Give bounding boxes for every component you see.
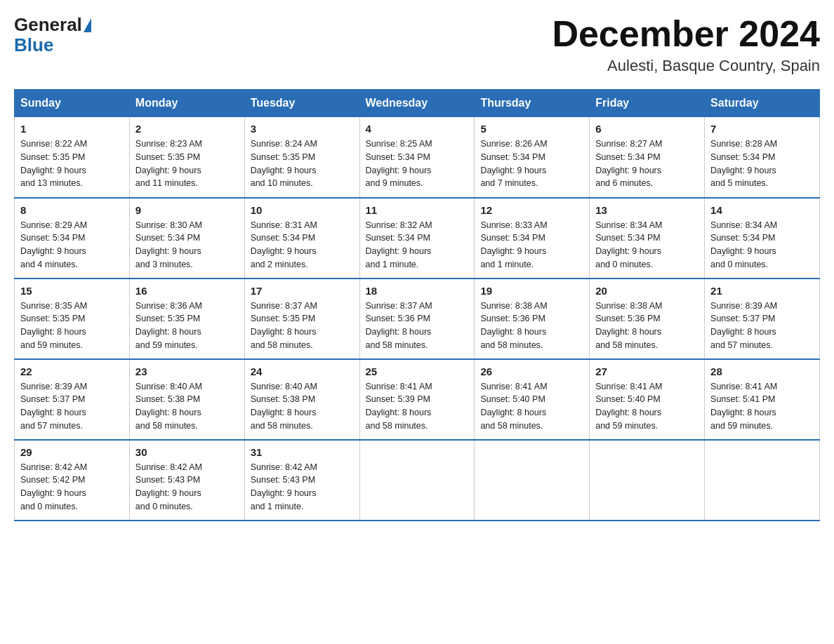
day-info: Sunrise: 8:24 AMSunset: 5:35 PMDaylight:… [251,137,354,190]
calendar-cell: 7 Sunrise: 8:28 AMSunset: 5:34 PMDayligh… [705,117,820,198]
week-row-1: 1 Sunrise: 8:22 AMSunset: 5:35 PMDayligh… [15,117,820,198]
calendar-cell: 20 Sunrise: 8:38 AMSunset: 5:36 PMDaylig… [590,279,705,359]
day-number: 20 [595,285,699,297]
location-text: Aulesti, Basque Country, Spain [552,57,820,75]
calendar-cell: 29 Sunrise: 8:42 AMSunset: 5:42 PMDaylig… [15,440,130,521]
day-info: Sunrise: 8:41 AMSunset: 5:39 PMDaylight:… [366,380,469,433]
col-friday: Friday [590,90,705,117]
day-number: 14 [710,204,814,216]
day-info: Sunrise: 8:26 AMSunset: 5:34 PMDaylight:… [480,137,583,190]
calendar-cell [359,440,475,521]
day-info: Sunrise: 8:36 AMSunset: 5:35 PMDaylight:… [135,300,239,352]
calendar-cell: 11 Sunrise: 8:32 AMSunset: 5:34 PMDaylig… [359,198,475,279]
day-info: Sunrise: 8:40 AMSunset: 5:38 PMDaylight:… [251,380,354,433]
day-number: 4 [366,123,469,135]
day-number: 25 [366,365,469,377]
calendar-cell: 27 Sunrise: 8:41 AMSunset: 5:40 PMDaylig… [590,359,705,440]
day-number: 10 [251,204,354,216]
day-info: Sunrise: 8:40 AMSunset: 5:38 PMDaylight:… [135,380,239,433]
day-number: 26 [480,365,583,377]
calendar-cell: 26 Sunrise: 8:41 AMSunset: 5:40 PMDaylig… [475,359,590,440]
calendar-cell: 31 Sunrise: 8:42 AMSunset: 5:43 PMDaylig… [244,440,359,521]
day-number: 29 [20,446,124,458]
day-info: Sunrise: 8:42 AMSunset: 5:42 PMDaylight:… [20,461,124,514]
day-number: 1 [20,123,124,135]
day-number: 17 [251,285,354,297]
day-number: 28 [710,365,814,377]
day-number: 15 [20,285,124,297]
page-header: General Blue December 2024 Aulesti, Basq… [14,14,820,75]
title-block: December 2024 Aulesti, Basque Country, S… [552,14,820,75]
day-info: Sunrise: 8:33 AMSunset: 5:34 PMDaylight:… [480,219,583,271]
calendar-cell: 8 Sunrise: 8:29 AMSunset: 5:34 PMDayligh… [15,198,130,279]
day-info: Sunrise: 8:39 AMSunset: 5:37 PMDaylight:… [710,300,814,352]
day-number: 21 [710,285,814,297]
week-row-5: 29 Sunrise: 8:42 AMSunset: 5:42 PMDaylig… [15,440,820,521]
calendar-cell [475,440,590,521]
calendar-cell [590,440,705,521]
day-number: 7 [710,123,814,135]
day-info: Sunrise: 8:41 AMSunset: 5:40 PMDaylight:… [480,380,583,433]
day-number: 8 [20,204,124,216]
day-info: Sunrise: 8:38 AMSunset: 5:36 PMDaylight:… [595,300,699,352]
calendar-cell: 9 Sunrise: 8:30 AMSunset: 5:34 PMDayligh… [129,198,244,279]
logo: General Blue [14,14,91,56]
day-info: Sunrise: 8:30 AMSunset: 5:34 PMDaylight:… [135,219,239,271]
day-info: Sunrise: 8:35 AMSunset: 5:35 PMDaylight:… [20,300,124,352]
week-row-4: 22 Sunrise: 8:39 AMSunset: 5:37 PMDaylig… [15,359,820,440]
day-number: 31 [251,446,354,458]
calendar-cell: 15 Sunrise: 8:35 AMSunset: 5:35 PMDaylig… [15,279,130,359]
day-number: 16 [135,285,239,297]
col-monday: Monday [129,90,244,117]
day-info: Sunrise: 8:42 AMSunset: 5:43 PMDaylight:… [135,461,239,514]
logo-blue-text: Blue [14,34,53,55]
calendar-cell: 17 Sunrise: 8:37 AMSunset: 5:35 PMDaylig… [244,279,359,359]
calendar-cell: 10 Sunrise: 8:31 AMSunset: 5:34 PMDaylig… [244,198,359,279]
day-number: 11 [366,204,469,216]
day-number: 27 [595,365,699,377]
calendar-cell [705,440,820,521]
col-tuesday: Tuesday [244,90,359,117]
logo-general-text: General [14,14,82,35]
calendar-cell: 12 Sunrise: 8:33 AMSunset: 5:34 PMDaylig… [475,198,590,279]
day-info: Sunrise: 8:38 AMSunset: 5:36 PMDaylight:… [480,300,583,352]
day-number: 19 [480,285,583,297]
calendar-cell: 4 Sunrise: 8:25 AMSunset: 5:34 PMDayligh… [359,117,475,198]
calendar-cell: 2 Sunrise: 8:23 AMSunset: 5:35 PMDayligh… [129,117,244,198]
day-info: Sunrise: 8:37 AMSunset: 5:36 PMDaylight:… [366,300,469,352]
calendar-cell: 24 Sunrise: 8:40 AMSunset: 5:38 PMDaylig… [244,359,359,440]
calendar-cell: 5 Sunrise: 8:26 AMSunset: 5:34 PMDayligh… [475,117,590,198]
day-info: Sunrise: 8:41 AMSunset: 5:41 PMDaylight:… [710,380,814,433]
calendar-cell: 1 Sunrise: 8:22 AMSunset: 5:35 PMDayligh… [15,117,130,198]
day-number: 23 [135,365,239,377]
day-number: 30 [135,446,239,458]
day-info: Sunrise: 8:41 AMSunset: 5:40 PMDaylight:… [595,380,699,433]
day-info: Sunrise: 8:42 AMSunset: 5:43 PMDaylight:… [251,461,354,514]
day-number: 22 [20,365,124,377]
calendar-cell: 18 Sunrise: 8:37 AMSunset: 5:36 PMDaylig… [359,279,475,359]
calendar-cell: 13 Sunrise: 8:34 AMSunset: 5:34 PMDaylig… [590,198,705,279]
day-info: Sunrise: 8:34 AMSunset: 5:34 PMDaylight:… [595,219,699,271]
calendar-cell: 6 Sunrise: 8:27 AMSunset: 5:34 PMDayligh… [590,117,705,198]
day-info: Sunrise: 8:23 AMSunset: 5:35 PMDaylight:… [135,137,239,190]
calendar-header: Sunday Monday Tuesday Wednesday Thursday… [15,90,820,117]
col-thursday: Thursday [475,90,590,117]
header-row: Sunday Monday Tuesday Wednesday Thursday… [15,90,820,117]
day-number: 6 [595,123,699,135]
calendar-cell: 23 Sunrise: 8:40 AMSunset: 5:38 PMDaylig… [129,359,244,440]
day-info: Sunrise: 8:25 AMSunset: 5:34 PMDaylight:… [366,137,469,190]
day-number: 18 [366,285,469,297]
logo-triangle-icon [84,18,91,32]
day-info: Sunrise: 8:32 AMSunset: 5:34 PMDaylight:… [366,219,469,271]
day-number: 13 [595,204,699,216]
day-number: 24 [251,365,354,377]
day-info: Sunrise: 8:37 AMSunset: 5:35 PMDaylight:… [251,300,354,352]
day-info: Sunrise: 8:29 AMSunset: 5:34 PMDaylight:… [20,219,124,271]
calendar-cell: 19 Sunrise: 8:38 AMSunset: 5:36 PMDaylig… [475,279,590,359]
calendar-cell: 22 Sunrise: 8:39 AMSunset: 5:37 PMDaylig… [15,359,130,440]
month-title: December 2024 [552,14,820,54]
day-info: Sunrise: 8:22 AMSunset: 5:35 PMDaylight:… [20,137,124,190]
calendar-cell: 30 Sunrise: 8:42 AMSunset: 5:43 PMDaylig… [129,440,244,521]
calendar-cell: 16 Sunrise: 8:36 AMSunset: 5:35 PMDaylig… [129,279,244,359]
col-sunday: Sunday [15,90,130,117]
